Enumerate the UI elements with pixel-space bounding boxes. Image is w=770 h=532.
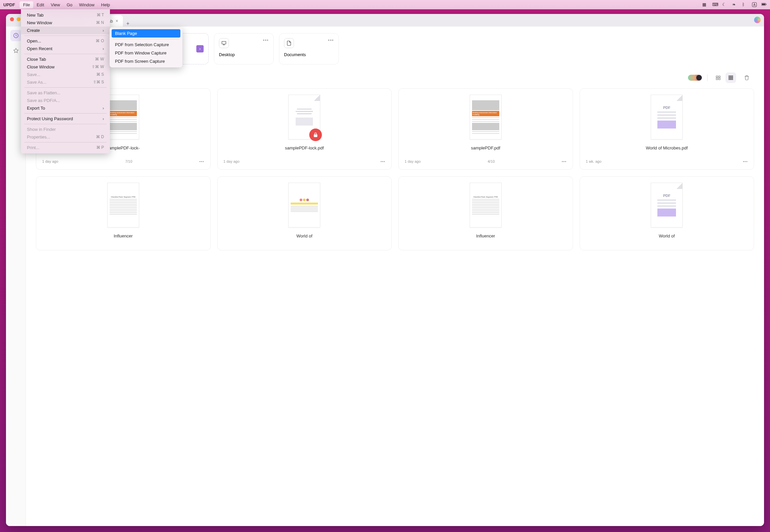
svg-rect-13 — [730, 77, 731, 78]
menu-close-window[interactable]: Close Window⇧⌘ W — [21, 63, 110, 71]
menu-edit[interactable]: Edit — [33, 1, 47, 8]
tab-bar: samplePDF-lock-Flatten New Tab × + — [6, 14, 764, 27]
menu-window[interactable]: Window — [76, 1, 98, 8]
quick-desktop-card[interactable]: Desktop ••• — [214, 33, 274, 64]
svg-rect-1 — [762, 3, 765, 5]
file-thumbnail: Building environment information modelin… — [470, 95, 502, 139]
file-title: samplePDF-lock.pdf — [285, 145, 324, 156]
submenu-selection-capture[interactable]: PDF from Selection Capture — [112, 41, 180, 49]
svg-rect-5 — [716, 76, 718, 78]
menu-save-flatten: Save as Flatten... — [21, 89, 110, 97]
tray-icon-leaf[interactable]: ❧ — [732, 2, 737, 7]
file-card[interactable]: samplePDF-lock.pdf 1 day ago ••• — [217, 88, 392, 170]
file-thumbnail — [288, 183, 320, 227]
app-window: samplePDF-lock-Flatten New Tab × + › — [6, 14, 764, 526]
file-title: samplePDF-lock- — [107, 145, 140, 156]
file-card[interactable]: Checklist Pack: Segment: FTDI Influencer — [398, 176, 573, 250]
menu-new-window[interactable]: New Window⌘ N — [21, 19, 110, 27]
desktop-icon — [219, 38, 229, 48]
svg-rect-17 — [732, 79, 733, 80]
menu-create[interactable]: Create› — [21, 27, 110, 34]
card-menu-icon[interactable]: ••• — [263, 38, 269, 43]
battery-icon[interactable] — [761, 2, 767, 8]
close-window-button[interactable] — [10, 17, 14, 21]
tray-icon-moon[interactable]: ☾ — [722, 2, 727, 7]
file-pages: 7/10 — [125, 159, 132, 163]
svg-rect-7 — [716, 78, 718, 80]
menu-close-tab[interactable]: Close Tab⌘ W — [21, 55, 110, 63]
new-tab-button[interactable]: + — [123, 21, 133, 27]
file-title: World of — [659, 233, 675, 244]
file-card[interactable]: PDF World of — [580, 176, 754, 250]
menu-save-pdfa: Save as PDF/A... — [21, 97, 110, 104]
file-date: 1 day ago — [405, 159, 421, 163]
menu-go[interactable]: Go — [63, 1, 76, 8]
svg-rect-10 — [730, 76, 731, 77]
delete-button[interactable] — [741, 72, 752, 83]
file-card[interactable]: PDF World of Microbes.pdf 1 wk. ago ••• — [580, 88, 754, 170]
list-view-button[interactable] — [713, 72, 723, 83]
color-toggle[interactable] — [688, 75, 702, 81]
file-title: World of Microbes.pdf — [646, 145, 688, 156]
sidebar-favorites-icon[interactable] — [10, 45, 22, 56]
menu-show-finder: Show in Finder — [21, 126, 110, 133]
menu-view[interactable]: View — [48, 1, 63, 8]
chevron-right-icon: › — [103, 46, 104, 51]
file-menu-icon[interactable]: ••• — [562, 159, 567, 163]
profile-avatar[interactable] — [754, 17, 761, 23]
svg-rect-4 — [222, 42, 226, 44]
bluetooth-icon[interactable]: ᛒ — [742, 2, 747, 7]
app-name: UPDF — [3, 2, 15, 7]
menu-open[interactable]: Open...⌘ O — [21, 37, 110, 45]
lock-icon — [309, 129, 322, 141]
file-thumbnail: Building environment information modelin… — [107, 95, 139, 139]
menu-export-to[interactable]: Export To› — [21, 104, 110, 112]
minimize-window-button[interactable] — [17, 17, 21, 21]
file-menu-icon[interactable]: ••• — [743, 159, 748, 163]
svg-rect-16 — [730, 79, 731, 80]
close-tab-icon[interactable]: × — [116, 18, 118, 24]
file-menu-icon[interactable]: ••• — [199, 159, 204, 163]
chevron-right-icon: › — [103, 106, 104, 111]
file-title: Influencer — [476, 233, 495, 244]
svg-rect-12 — [729, 77, 730, 78]
menu-open-recent[interactable]: Open Recent› — [21, 45, 110, 52]
system-tray: ▦ ⌨ ☾ ❧ ᛒ A — [702, 2, 767, 8]
create-submenu: Blank Page PDF from Selection Capture PD… — [110, 27, 182, 67]
chevron-right-icon: › — [103, 28, 104, 33]
file-card[interactable]: Checklist Pack: Segment: FTDI Influencer — [36, 176, 211, 250]
card-menu-icon[interactable]: ••• — [328, 38, 334, 43]
menu-file[interactable]: File — [20, 1, 33, 8]
submenu-blank-page[interactable]: Blank Page — [112, 29, 180, 38]
file-thumbnail: PDF — [651, 183, 683, 227]
menu-protect[interactable]: Protect Using Password› — [21, 115, 110, 123]
file-date: 1 wk. ago — [586, 159, 602, 163]
menu-print: Print...⌘ P — [21, 144, 110, 151]
file-grid: Building environment information modelin… — [36, 88, 754, 250]
svg-rect-11 — [732, 76, 733, 77]
tray-icon-1[interactable]: ▦ — [702, 2, 708, 7]
svg-rect-6 — [719, 76, 720, 78]
grid-view-button[interactable] — [725, 72, 736, 83]
svg-rect-2 — [766, 4, 766, 5]
quick-documents-card[interactable]: Documents ••• — [279, 33, 339, 64]
file-pages: 4/10 — [488, 159, 495, 163]
file-card[interactable]: World of — [217, 176, 392, 250]
quick-desktop-label: Desktop — [219, 52, 269, 57]
sidebar-recent-icon[interactable] — [10, 30, 22, 41]
chevron-right-icon: › — [103, 116, 104, 121]
input-source-icon[interactable]: A — [752, 2, 757, 7]
svg-rect-15 — [729, 79, 730, 80]
menu-new-tab[interactable]: New Tab⌘ T — [21, 11, 110, 19]
submenu-screen-capture[interactable]: PDF from Screen Capture — [112, 57, 180, 65]
menu-help[interactable]: Help — [98, 1, 113, 8]
file-date: 1 day ago — [224, 159, 240, 163]
file-card[interactable]: Building environment information modelin… — [398, 88, 573, 170]
file-thumbnail: PDF — [651, 95, 683, 139]
submenu-window-capture[interactable]: PDF from Window Capture — [112, 49, 180, 57]
expand-arrow-icon[interactable]: › — [196, 45, 204, 52]
file-menu-icon[interactable]: ••• — [380, 159, 385, 163]
documents-icon — [284, 38, 294, 48]
main-content: › Desktop ••• Documents ••• By: Newest F… — [26, 27, 764, 526]
tray-icon-2[interactable]: ⌨ — [712, 2, 718, 7]
